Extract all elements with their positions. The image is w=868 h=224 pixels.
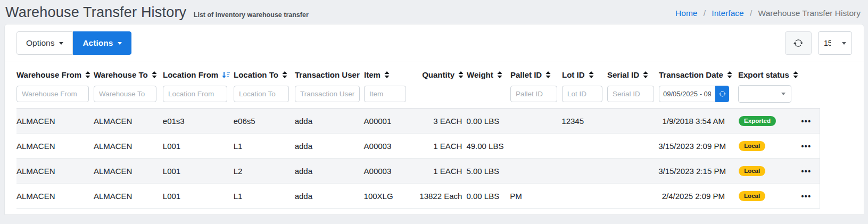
col-header-location-to[interactable]: Location To — [234, 70, 295, 79]
col-label: Warehouse From — [16, 70, 81, 79]
cell-location-from: L001 — [163, 192, 234, 201]
row-actions-button[interactable]: ••• — [801, 192, 811, 201]
cell-warehouse-to: ALMACEN — [94, 192, 163, 201]
table-row: ALMACEN ALMACEN L001 L2 adda A00003 1 EA… — [16, 159, 820, 184]
cell-location-from: L001 — [163, 142, 234, 151]
filter-row — [16, 84, 820, 109]
date-refresh-button[interactable] — [715, 86, 729, 102]
filter-location-from-input[interactable] — [163, 86, 227, 102]
filter-pallet-id-input[interactable] — [510, 86, 557, 102]
cell-actions: ••• — [793, 167, 820, 176]
sort-icon — [384, 71, 390, 78]
col-header-warehouse-to[interactable]: Warehouse To — [94, 70, 163, 79]
row-actions-button[interactable]: ••• — [801, 167, 811, 176]
table-header-row: Warehouse From Warehouse To Location Fro… — [16, 62, 820, 84]
status-badge: Local — [739, 166, 765, 177]
refresh-icon — [719, 90, 726, 97]
col-label: Warehouse To — [94, 70, 148, 79]
col-header-transaction-user[interactable]: Transaction User — [295, 70, 364, 79]
cell-warehouse-to: ALMACEN — [94, 142, 163, 151]
filter-lot-id-input[interactable] — [562, 86, 602, 102]
col-label: Pallet ID — [510, 70, 542, 79]
col-header-export-status[interactable]: Export status — [730, 70, 793, 79]
table-row: ALMACEN ALMACEN L001 L1 adda A00003 1 EA… — [16, 134, 820, 159]
sort-icon — [793, 71, 798, 78]
status-badge: Local — [739, 141, 765, 152]
breadcrumb-interface-link[interactable]: Interface — [712, 9, 743, 18]
filter-item-input[interactable] — [364, 86, 406, 102]
cell-export-status: Local — [729, 165, 793, 177]
toolbar: Options Actions 15 — [5, 24, 864, 62]
col-header-weight[interactable]: Weight — [467, 70, 510, 79]
col-label: Item — [364, 70, 381, 79]
sort-icon — [152, 71, 157, 78]
actions-button-label: Actions — [82, 39, 113, 47]
refresh-button[interactable] — [785, 31, 812, 55]
sort-icon — [458, 71, 464, 78]
breadcrumb-separator: / — [704, 9, 706, 18]
col-header-pallet-id[interactable]: Pallet ID — [510, 70, 562, 79]
filter-warehouse-from-input[interactable] — [16, 86, 89, 102]
cell-lot-id: 12345 — [561, 117, 607, 126]
toolbar-right: 15 — [785, 31, 852, 55]
col-header-quantity[interactable]: Quantity — [414, 70, 467, 79]
toolbar-button-group: Options Actions — [16, 31, 131, 55]
filter-warehouse-to-input[interactable] — [94, 86, 156, 102]
col-header-warehouse-from[interactable]: Warehouse From — [16, 70, 94, 79]
date-range-input[interactable] — [659, 86, 715, 102]
actions-button[interactable]: Actions — [73, 31, 131, 55]
sort-icon — [282, 71, 287, 78]
cell-quantity: 13822 Each — [413, 192, 466, 201]
sort-icon — [85, 71, 90, 78]
transfer-table: Warehouse From Warehouse To Location Fro… — [16, 62, 820, 209]
cell-item: A00003 — [364, 167, 414, 176]
col-header-serial-id[interactable]: Serial ID — [607, 70, 659, 79]
cell-item: A00001 — [364, 117, 414, 126]
cell-transaction-date: 2/4/2025 2:09 PM — [658, 192, 729, 201]
cell-weight: 0.00 LBS — [466, 192, 510, 201]
page-size-select[interactable]: 15 — [818, 31, 852, 55]
cell-weight: 5.00 LBS — [466, 167, 510, 176]
col-label: Transaction User — [295, 70, 360, 79]
breadcrumb-home-link[interactable]: Home — [675, 9, 697, 18]
cell-export-status: Local — [729, 140, 793, 152]
cell-warehouse-from: ALMACEN — [16, 117, 94, 126]
cell-location-from: e01s3 — [163, 117, 234, 126]
cell-quantity: 1 EACH — [413, 167, 466, 176]
cell-location-to: L2 — [234, 167, 295, 176]
filter-location-to-input[interactable] — [234, 86, 289, 102]
cell-actions: ••• — [793, 142, 820, 151]
cell-transaction-user: adda — [295, 117, 364, 126]
col-header-location-from[interactable]: Location From — [163, 70, 234, 79]
sort-icon — [497, 71, 502, 78]
breadcrumb-separator: / — [750, 9, 752, 18]
row-actions-button[interactable]: ••• — [801, 142, 811, 151]
export-status-select[interactable] — [738, 85, 791, 103]
filter-transaction-user-input[interactable] — [295, 86, 360, 102]
date-range-filter-group — [659, 86, 730, 102]
options-button[interactable]: Options — [16, 31, 73, 55]
page-size-value: 15 — [824, 39, 831, 47]
col-label: Transaction Date — [659, 70, 723, 79]
cell-warehouse-from: ALMACEN — [16, 192, 94, 201]
cell-transaction-user: adda — [295, 167, 364, 176]
cell-transaction-user: adda — [295, 142, 364, 151]
cell-warehouse-from: ALMACEN — [16, 142, 94, 151]
filter-serial-id-input[interactable] — [607, 86, 654, 102]
breadcrumb: Home / Interface / Warehouse Transfer Hi… — [675, 9, 861, 18]
page-header: Warehouse Transfer History List of inven… — [0, 0, 868, 21]
col-header-lot-id[interactable]: Lot ID — [562, 70, 607, 79]
breadcrumb-current: Warehouse Transfer History — [758, 9, 861, 18]
col-label: Quantity — [422, 70, 454, 79]
cell-transaction-date: 3/15/2023 2:15 PM — [658, 167, 729, 176]
chevron-down-icon — [59, 42, 63, 45]
cell-location-to: e06s5 — [234, 117, 295, 126]
page-title: Warehouse Transfer History — [5, 4, 186, 20]
cell-quantity: 3 EACH — [413, 117, 466, 126]
chevron-down-icon — [118, 42, 122, 45]
refresh-icon — [793, 38, 803, 48]
row-actions-button[interactable]: ••• — [801, 117, 811, 126]
col-header-transaction-date[interactable]: Transaction Date — [659, 70, 730, 79]
col-label: Export status — [738, 70, 789, 79]
col-header-item[interactable]: Item — [364, 70, 414, 79]
